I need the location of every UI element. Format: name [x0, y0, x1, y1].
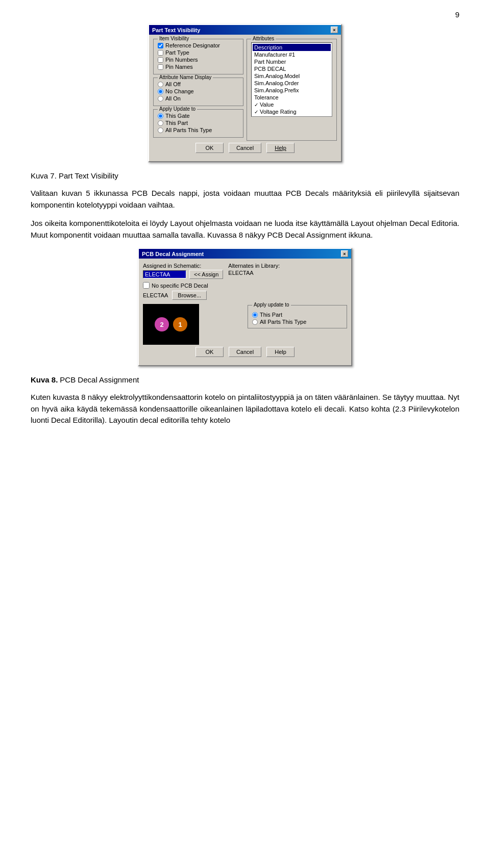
- alternates-label: Alternates in Library:: [228, 263, 280, 269]
- part-type-label: Part Type: [165, 49, 189, 56]
- attributes-listbox[interactable]: Description Manufacturer #1 Part Number …: [251, 42, 332, 117]
- pcb-right: Apply update to This Part All Parts This…: [248, 302, 347, 345]
- ok-button[interactable]: OK: [195, 143, 224, 153]
- pcb-this-part-row: This Part: [252, 312, 342, 318]
- paragraph3: Kuten kuvasta 8 näkyy elektrolyyttikonde…: [31, 392, 459, 426]
- pin-numbers-checkbox[interactable]: [158, 57, 163, 63]
- dialog2-titlebar-buttons: ×: [341, 250, 348, 257]
- no-change-radio[interactable]: [158, 89, 163, 94]
- close-button[interactable]: ×: [331, 27, 338, 33]
- all-on-row: All On: [158, 95, 239, 101]
- no-specific-checkbox[interactable]: [143, 282, 150, 289]
- all-on-label: All On: [165, 95, 181, 101]
- help-button[interactable]: Help: [266, 143, 295, 153]
- alternates-section: Alternates in Library: ELECTAA: [228, 263, 280, 276]
- pcb-two-col: 2 1 Apply update to This Part All Parts: [143, 302, 347, 345]
- this-part-label: This Part: [165, 120, 188, 126]
- paragraph2: Jos oikeita komponenttikoteloita ei löyd…: [31, 218, 459, 241]
- list-item-manufacturer[interactable]: Manufacturer #1: [253, 51, 331, 58]
- assigned-label: Assigned in Schematic:: [143, 263, 223, 269]
- pin-names-label: Pin Names: [165, 64, 193, 70]
- list-item-value[interactable]: ✓ Value: [253, 101, 331, 108]
- apply-update-pcb-section: Apply update to This Part All Parts This…: [248, 305, 347, 328]
- all-parts-row: All Parts This Type: [158, 127, 239, 133]
- pcb-all-parts-radio[interactable]: [252, 319, 258, 325]
- list-item-description[interactable]: Description: [253, 44, 331, 51]
- assigned-value[interactable]: ELECTAA: [143, 270, 186, 278]
- pcb-all-parts-row: All Parts This Type: [252, 319, 342, 325]
- all-on-radio[interactable]: [158, 96, 163, 101]
- all-off-label: All Off: [165, 81, 181, 87]
- browse-button[interactable]: Browse...: [172, 291, 207, 300]
- pin-numbers-label: Pin Numbers: [165, 57, 198, 63]
- list-item-pcb-decal[interactable]: PCB DECAL: [253, 65, 331, 72]
- dialog2-close-button[interactable]: ×: [341, 250, 348, 257]
- dialog2-title: PCB Decal Assignment: [142, 251, 204, 257]
- list-item-part-number[interactable]: Part Number: [253, 58, 331, 65]
- dialog1-body: Item Visibility Reference Designator Par…: [149, 35, 341, 161]
- component-preview: 2 1: [143, 304, 199, 345]
- dialog2-container: PCB Decal Assignment × Assigned in Schem…: [31, 248, 459, 366]
- list-item-voltage-rating[interactable]: ✓ Voltage Rating: [253, 108, 331, 115]
- dialog1-buttons: OK Cancel Help: [153, 141, 337, 157]
- pin2-circle: 2: [155, 317, 169, 331]
- ref-designator-checkbox[interactable]: [158, 43, 163, 48]
- pin-names-checkbox[interactable]: [158, 64, 163, 70]
- ref-designator-row: Reference Designator: [158, 42, 239, 48]
- right-column: Attributes Description Manufacturer #1 P…: [247, 39, 337, 141]
- dialog1-title: Part Text Visibility: [152, 27, 200, 33]
- assigned-row: ELECTAA << Assign: [143, 270, 223, 279]
- pcb-ok-button[interactable]: OK: [195, 347, 224, 357]
- no-change-row: No Change: [158, 88, 239, 94]
- apply-update-section: Apply Update to This Gate This Part All …: [153, 109, 243, 138]
- pin-numbers-row: Pin Numbers: [158, 57, 239, 63]
- apply-update-label: Apply Update to: [158, 106, 197, 112]
- part-type-row: Part Type: [158, 49, 239, 56]
- pcb-decal-assignment-dialog: PCB Decal Assignment × Assigned in Schem…: [138, 248, 352, 366]
- part-type-checkbox[interactable]: [158, 50, 163, 56]
- item-visibility-section: Item Visibility Reference Designator Par…: [153, 39, 243, 74]
- cancel-button[interactable]: Cancel: [229, 143, 261, 153]
- this-gate-row: This Gate: [158, 113, 239, 119]
- titlebar-buttons: ×: [331, 27, 338, 33]
- all-parts-radio[interactable]: [158, 127, 163, 133]
- pcb-cancel-button[interactable]: Cancel: [229, 347, 261, 357]
- list-item-tolerance[interactable]: Tolerance: [253, 94, 331, 101]
- all-parts-label: All Parts This Type: [165, 127, 212, 133]
- no-specific-label: No specific PCB Decal: [152, 283, 208, 289]
- list-item-sim-analog-model[interactable]: Sim.Analog.Model: [253, 72, 331, 80]
- alternates-text: ELECTAA: [228, 270, 253, 276]
- electaa-row: ELECTAA Browse...: [143, 291, 347, 300]
- attribute-name-display-label: Attribute Name Display: [158, 74, 213, 80]
- no-change-label: No Change: [165, 88, 194, 94]
- item-visibility-label: Item Visibility: [158, 36, 190, 41]
- assigned-section: Assigned in Schematic: ELECTAA << Assign: [143, 263, 223, 279]
- alternates-value: ELECTAA: [228, 270, 280, 276]
- assign-button[interactable]: << Assign: [189, 270, 223, 279]
- pcb-help-button[interactable]: Help: [266, 347, 295, 357]
- all-off-radio[interactable]: [158, 82, 163, 87]
- this-part-row: This Part: [158, 120, 239, 126]
- pcb-all-parts-label: All Parts This Type: [260, 319, 306, 325]
- no-specific-row: No specific PCB Decal: [143, 282, 347, 289]
- list-item-sim-analog-prefix[interactable]: Sim.Analog.Prefix: [253, 87, 331, 94]
- pcb-this-part-radio[interactable]: [252, 312, 258, 318]
- pcb-dialog-body: Assigned in Schematic: ELECTAA << Assign…: [139, 259, 351, 365]
- dialog1-columns: Item Visibility Reference Designator Par…: [153, 39, 337, 141]
- attributes-section: Attributes Description Manufacturer #1 P…: [247, 39, 337, 141]
- pin-names-row: Pin Names: [158, 64, 239, 70]
- this-gate-radio[interactable]: [158, 113, 163, 119]
- attribute-name-display-section: Attribute Name Display All Off No Change…: [153, 78, 243, 106]
- this-gate-label: This Gate: [165, 113, 190, 119]
- caption1: Kuva 7. Part Text Visibility: [31, 171, 459, 181]
- top-row: Assigned in Schematic: ELECTAA << Assign…: [143, 263, 347, 279]
- left-column: Item Visibility Reference Designator Par…: [153, 39, 243, 141]
- electaa-label: ELECTAA: [143, 292, 168, 298]
- caption2-text: PCB Decal Assignment: [60, 375, 139, 384]
- attributes-label: Attributes: [251, 36, 276, 41]
- dialog2-titlebar: PCB Decal Assignment ×: [139, 249, 351, 259]
- this-part-radio[interactable]: [158, 120, 163, 126]
- list-item-sim-analog-order[interactable]: Sim.Analog.Order: [253, 80, 331, 87]
- paragraph1: Valitaan kuvan 5 ikkunassa PCB Decals na…: [31, 188, 459, 211]
- part-text-visibility-dialog: Part Text Visibility × Item Visibility R…: [148, 24, 342, 162]
